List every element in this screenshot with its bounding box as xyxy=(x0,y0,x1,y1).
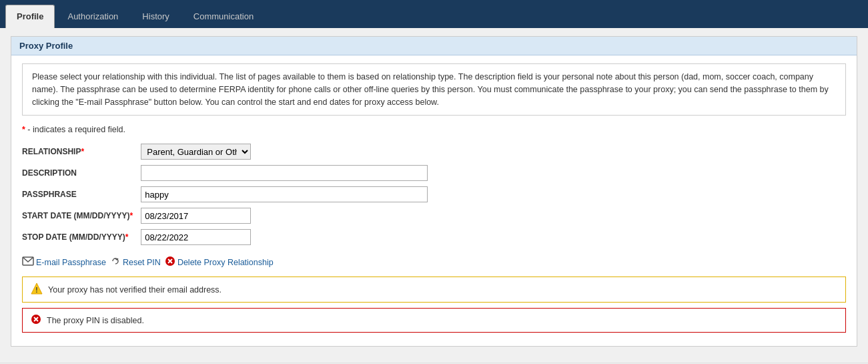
action-links: E-mail Passphrase Reset PIN xyxy=(22,256,846,268)
stop-date-row: STOP DATE (MM/DD/YYYY)* xyxy=(22,226,433,248)
tab-communication[interactable]: Communication xyxy=(182,5,265,28)
passphrase-input-cell xyxy=(141,184,433,205)
description-input-cell xyxy=(141,162,433,184)
proxy-profile-section: Proxy Profile Please select your relatio… xyxy=(11,36,857,347)
relationship-row: RELATIONSHIP* Parent, Guardian or Other … xyxy=(22,141,433,162)
delete-proxy-label: Delete Proxy Relationship xyxy=(177,258,274,267)
description-input[interactable] xyxy=(141,165,428,181)
required-note: * - indicates a required field. xyxy=(22,125,846,134)
section-body: Please select your relationship with thi… xyxy=(11,55,857,346)
info-box: Please select your relationship with thi… xyxy=(22,63,846,116)
reset-icon xyxy=(110,256,121,268)
passphrase-label: PASSPHRASE xyxy=(22,184,141,205)
stop-date-label: STOP DATE (MM/DD/YYYY)* xyxy=(22,226,141,248)
start-date-input-cell xyxy=(141,205,433,226)
stop-date-input[interactable] xyxy=(141,229,251,245)
error-message: The proxy PIN is disabled. xyxy=(47,316,144,325)
main-content: Proxy Profile Please select your relatio… xyxy=(0,28,868,363)
description-label: DESCRIPTION xyxy=(22,162,141,184)
start-date-row: START DATE (MM/DD/YYYY)* xyxy=(22,205,433,226)
warning-alert: ! Your proxy has not verified their emai… xyxy=(22,277,846,303)
form-table: RELATIONSHIP* Parent, Guardian or Other … xyxy=(22,141,433,248)
reset-pin-link[interactable]: Reset PIN xyxy=(110,256,161,268)
reset-pin-label: Reset PIN xyxy=(123,258,161,267)
stop-date-required: * xyxy=(125,232,129,242)
start-date-label: START DATE (MM/DD/YYYY)* xyxy=(22,205,141,226)
relationship-select[interactable]: Parent, Guardian or Other Student Spouse… xyxy=(141,144,251,160)
passphrase-input[interactable] xyxy=(141,186,428,202)
section-header: Proxy Profile xyxy=(11,37,857,55)
svg-text:!: ! xyxy=(35,287,37,294)
relationship-label: RELATIONSHIP* xyxy=(22,141,141,162)
tab-authorization[interactable]: Authorization xyxy=(56,5,129,28)
asterisk-symbol: * xyxy=(22,125,25,134)
tab-profile[interactable]: Profile xyxy=(5,5,55,28)
start-date-required: * xyxy=(130,211,133,220)
warning-icon: ! xyxy=(31,283,43,297)
delete-proxy-link[interactable]: Delete Proxy Relationship xyxy=(165,256,274,268)
relationship-input-cell: Parent, Guardian or Other Student Spouse… xyxy=(141,141,433,162)
error-alert: The proxy PIN is disabled. xyxy=(22,308,846,333)
warning-message: Your proxy has not verified their email … xyxy=(48,285,222,295)
description-row: DESCRIPTION xyxy=(22,162,433,184)
relationship-required: * xyxy=(81,147,84,156)
stop-date-input-cell xyxy=(141,226,433,248)
passphrase-row: PASSPHRASE xyxy=(22,184,433,205)
required-note-text: - indicates a required field. xyxy=(27,125,125,134)
tab-bar: Profile Authorization History Communicat… xyxy=(0,0,868,28)
email-passphrase-link[interactable]: E-mail Passphrase xyxy=(22,256,106,268)
start-date-input[interactable] xyxy=(141,208,251,224)
envelope-icon xyxy=(22,256,34,268)
tab-history[interactable]: History xyxy=(131,5,180,28)
email-passphrase-label: E-mail Passphrase xyxy=(36,258,106,267)
error-icon xyxy=(31,314,41,327)
delete-icon xyxy=(165,256,175,268)
